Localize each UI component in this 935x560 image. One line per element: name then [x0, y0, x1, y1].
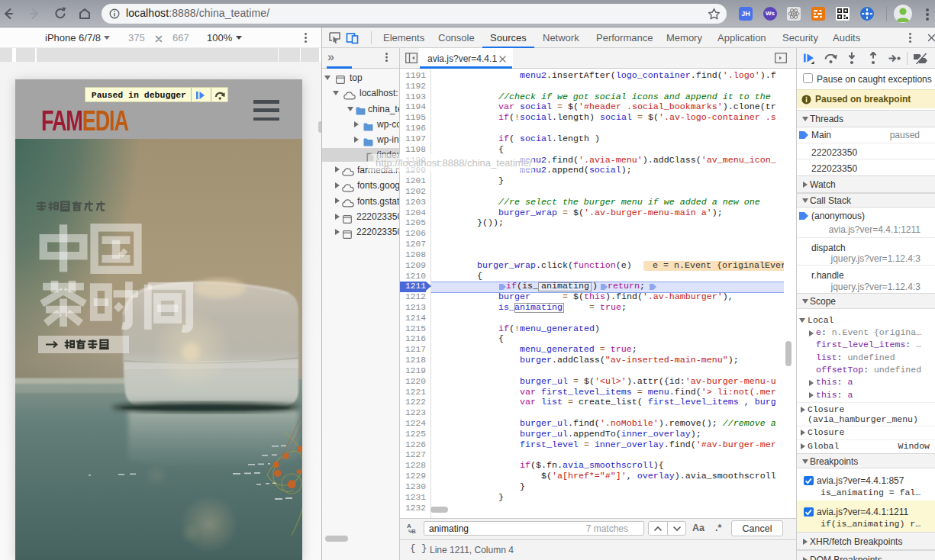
svg-text:B: B: [411, 528, 416, 534]
